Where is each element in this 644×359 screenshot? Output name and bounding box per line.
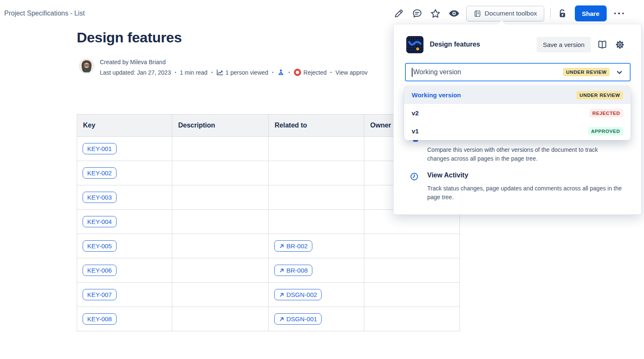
related-link-pill[interactable]: DSGN-002 [274,289,322,300]
toolbar-divider [550,8,551,18]
edit-button[interactable] [392,7,405,20]
favorite-button[interactable] [429,7,442,20]
table-row: KEY-006 BR-008 [77,258,460,283]
status-label: Rejected [304,69,327,76]
byline: Created by Mileva Briand Last updated: J… [79,58,368,76]
restrictions-button[interactable] [556,7,569,20]
key-pill[interactable]: KEY-005 [83,240,117,252]
key-pill[interactable]: KEY-002 [83,167,117,179]
key-pill[interactable]: KEY-004 [83,216,117,227]
version-select-input[interactable]: Working version UNDER REVIEW [405,63,631,81]
app-logo [406,36,423,53]
share-button[interactable]: Share [575,5,607,21]
activity-description: Track status changes, page updates and c… [427,184,624,202]
settings-button[interactable] [613,38,626,51]
breadcrumb[interactable]: Project Specifications - List [4,10,85,17]
approval-status[interactable]: Rejected [293,68,327,76]
col-description: Description [172,114,269,137]
last-updated[interactable]: Last updated: Jan 27, 2023 [100,69,171,76]
arrow-ne-icon [279,268,285,273]
key-pill[interactable]: KEY-001 [83,143,117,154]
document-toolbox-icon [473,10,481,18]
rejected-badge: REJECTED [589,109,623,117]
compare-description: Compare this version with other versions… [427,146,617,163]
gear-icon [615,39,625,50]
pencil-icon [393,8,404,19]
table-row: KEY-008 DSGN-001 [77,307,460,331]
avatar[interactable] [79,58,94,74]
key-pill[interactable]: KEY-006 [83,265,117,276]
document-toolbox-button[interactable]: Document toolbox [466,6,544,21]
under-review-badge: UNDER REVIEW [563,68,610,76]
document-toolbox-popup: Design features Save a version Working v… [393,24,641,215]
page-toolbar: Document toolbox Share [392,5,626,22]
col-related-to: Related to [269,114,364,137]
clock-icon [410,172,419,181]
more-options-button[interactable] [613,13,626,15]
created-by[interactable]: Created by Mileva Briand [100,59,368,65]
book-icon [597,39,608,50]
col-key: Key [77,114,172,137]
page-title: Design features [77,29,182,46]
analytics-workflow-icon[interactable] [277,69,285,76]
version-dropdown: Working version UNDER REVIEW v2 REJECTED… [404,86,631,140]
read-time: 1 min read [180,69,208,76]
text-cursor [412,68,413,77]
toolbox-header: Design features Save a version [406,36,626,53]
page-meta-row: Last updated: Jan 27, 2023 1 min read 1 … [100,68,368,76]
version-option-v2[interactable]: v2 REJECTED [404,104,631,122]
documentation-button[interactable] [596,38,608,51]
table-row: KEY-007 DSGN-002 [77,283,460,307]
related-link-pill[interactable]: DSGN-001 [274,313,322,325]
approved-badge: APPROVED [588,127,623,135]
key-pill[interactable]: KEY-008 [83,313,117,325]
arrow-ne-icon [279,243,285,249]
watch-eye-icon [448,8,460,19]
more-icon [614,13,616,15]
version-input-value: Working version [413,68,564,76]
version-option-working[interactable]: Working version UNDER REVIEW [404,86,631,104]
watch-button[interactable] [448,7,460,20]
unlock-icon [557,8,568,19]
version-option-v1[interactable]: v1 APPROVED [404,122,631,140]
view-activity-title[interactable]: View Activity [427,172,468,179]
star-icon [430,8,441,19]
comment-button[interactable] [411,7,423,20]
related-link-pill[interactable]: BR-008 [274,265,312,276]
under-review-badge: UNDER REVIEW [576,91,623,99]
key-pill[interactable]: KEY-003 [83,192,117,203]
comment-icon [412,8,423,19]
rejected-ring-icon [293,68,301,76]
save-version-button[interactable]: Save a version [537,37,591,52]
table-row: KEY-005 BR-002 [77,234,460,258]
toolbox-title: Design features [430,41,537,48]
arrow-ne-icon [279,316,285,322]
document-toolbox-label: Document toolbox [485,10,537,17]
chevron-down-icon[interactable] [615,68,624,77]
arrow-ne-icon [279,292,285,298]
related-link-pill[interactable]: BR-002 [274,240,312,252]
views-count[interactable]: 1 person viewed [216,69,268,76]
view-approvers-link[interactable]: View approv [335,69,368,76]
trend-icon [216,69,223,76]
key-pill[interactable]: KEY-007 [83,289,117,300]
